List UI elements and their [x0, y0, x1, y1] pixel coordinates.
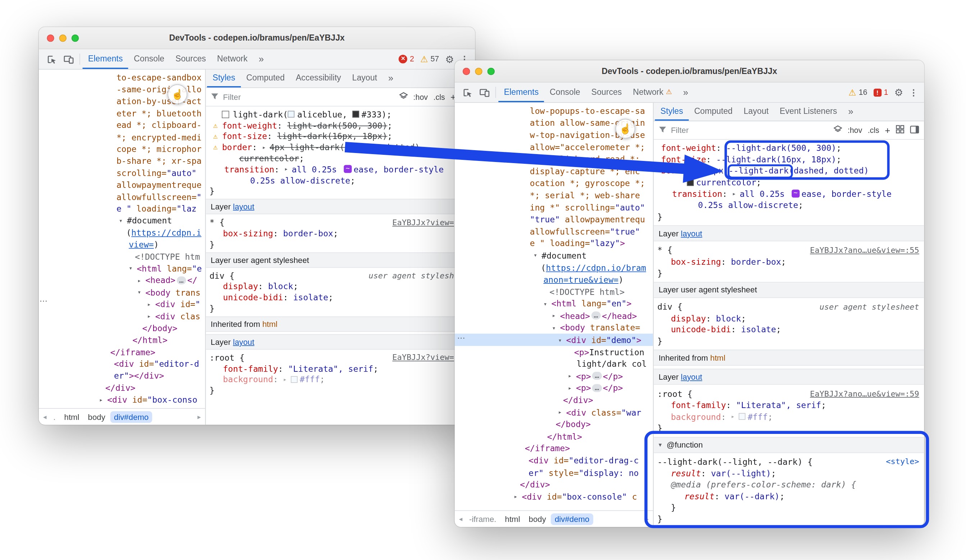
breadcrumb-item-body[interactable]: body [525, 513, 550, 525]
code-line[interactable]: </div> [455, 394, 653, 406]
titlebar[interactable]: DevTools - codepen.io/bramus/pen/EaYBJJx [39, 27, 475, 49]
code-line[interactable]: 0.25s allow-discrete; [205, 175, 475, 185]
code-line[interactable]: scrolling="auto" [39, 167, 205, 179]
code-line[interactable]: light-dark(aliceblue, #333); [205, 109, 475, 120]
code-line[interactable]: ▸<div id="box-conso [39, 394, 205, 406]
code-line[interactable]: * {EaYBJJx?view= [205, 217, 475, 228]
breadcrumb-item[interactable]: -iframe. [466, 513, 500, 525]
breadcrumb-back-icon[interactable]: ◂ [41, 413, 49, 421]
code-line[interactable]: e " loading="laz [39, 203, 205, 215]
styles-section-header[interactable]: Layer user agent stylesheet [205, 252, 475, 268]
gutter-ellipsis-icon[interactable]: ⋯ [457, 333, 466, 342]
code-line[interactable]: ▸<head>…</ [39, 274, 205, 286]
element-states-icon[interactable] [399, 92, 408, 102]
code-line[interactable]: box-sizing: border-box; [654, 256, 924, 267]
code-line[interactable]: ▸<head>…</head> [455, 309, 653, 322]
code-line[interactable]: font-size: --light-dark(16px, 18px); [654, 154, 924, 165]
code-line[interactable]: <div id="editor-d [39, 358, 205, 370]
code-line[interactable]: eter *; bluetooth [39, 107, 205, 119]
code-line[interactable]: er" style="display: no [455, 467, 653, 479]
breadcrumb-item-html[interactable]: html [61, 411, 83, 423]
code-line[interactable]: } [654, 502, 924, 513]
inspect-icon[interactable] [43, 49, 60, 69]
code-line[interactable]: result: var(--dark); [654, 490, 924, 502]
code-line[interactable]: (https://cdpn.io/bram [455, 262, 653, 274]
grid-icon[interactable] [896, 125, 905, 136]
code-line[interactable]: background: ▸ #fff; [654, 411, 924, 422]
code-line[interactable]: currentcolor; [205, 153, 475, 164]
device-toolbar-icon[interactable] [476, 83, 493, 102]
tab-elements[interactable]: Elements [498, 83, 544, 102]
code-line[interactable]: low-popups-to-escape-sa [455, 105, 653, 117]
code-line[interactable]: <!DOCTYPE html> [455, 286, 653, 298]
code-line[interactable]: transition: ▸ all 0.25s ~ease, border-st… [205, 164, 475, 175]
tab-sources[interactable]: Sources [586, 83, 628, 102]
tab-styles[interactable]: Styles [207, 70, 241, 88]
code-line[interactable]: allowfullscreen="true" [455, 225, 653, 237]
code-line[interactable]: </div> [39, 382, 205, 394]
code-line[interactable]: background: ▸ #fff; [205, 374, 475, 385]
code-line[interactable]: } [654, 422, 924, 434]
code-line[interactable]: } [654, 335, 924, 347]
code-line[interactable]: *; encrypted-medi [39, 131, 205, 143]
code-line[interactable]: <div id="editor-drag-c [455, 454, 653, 467]
code-line[interactable]: --light-dark(--light, --dark) {<style> [654, 456, 924, 467]
settings-gear-icon[interactable]: ⚙ [894, 87, 904, 98]
kebab-menu-icon[interactable]: ⋮ [909, 87, 918, 97]
code-line[interactable]: a *; clipboard-read *; [455, 153, 653, 165]
breadcrumb-forward-icon[interactable]: ▸ [644, 515, 651, 522]
breadcrumb-item-html[interactable]: html [501, 513, 524, 525]
rule-source-link[interactable]: EaYBJJx?view= [392, 353, 454, 362]
code-line[interactable]: allow="accelerometer *; [455, 141, 653, 153]
tab-network[interactable]: Network [211, 49, 253, 69]
tab-layout[interactable]: Layout [738, 103, 774, 121]
filter-input[interactable]: Filter [223, 92, 241, 102]
code-line[interactable]: font-family: "Literata", serif; [654, 400, 924, 411]
code-line[interactable]: (https://cdpn.i [39, 227, 205, 239]
more-sidebar-tabs-chevron[interactable]: » [383, 70, 399, 88]
close-button[interactable] [47, 34, 54, 42]
styles-section-header[interactable]: Layer layout [205, 334, 475, 349]
toggle-hover-button[interactable]: :hov [848, 126, 863, 134]
code-line[interactable]: ▾#document [455, 249, 653, 262]
tab-layout[interactable]: Layout [347, 70, 383, 88]
code-line[interactable]: ocation *; gyroscope *; [455, 177, 653, 189]
code-line[interactable]: ▸<div id="box-console" c [455, 491, 653, 503]
code-line[interactable]: } [205, 186, 475, 196]
code-line[interactable]: ▸<p>…</p> [455, 382, 653, 395]
code-line[interactable]: ▾<body trans [39, 286, 205, 298]
code-line[interactable]: </iframe> [455, 442, 653, 454]
code-line[interactable]: ▸<div clas [39, 310, 205, 322]
zoom-button[interactable] [487, 67, 495, 75]
breadcrumb-item[interactable]: . [49, 411, 59, 423]
new-style-rule-button[interactable]: + [885, 125, 890, 136]
dock-side-icon[interactable] [910, 125, 919, 135]
styles-section-header[interactable]: Inherited from html [205, 316, 475, 332]
selected-dom-node[interactable]: ▾<div id="demo"> [455, 334, 653, 346]
code-line[interactable]: :root {EaYBJJx?view= [205, 352, 475, 363]
code-line[interactable]: ead *; clipboard- [39, 119, 205, 131]
styles-section-header[interactable]: ▾ @function [654, 437, 924, 453]
code-line[interactable]: "true" allowpaymentrequ [455, 213, 653, 226]
code-line[interactable]: 0.25s allow-discrete; [654, 199, 924, 211]
styles-section-header[interactable]: Layer layout [205, 199, 475, 215]
code-line[interactable]: display: block; [654, 313, 924, 324]
styles-section-header[interactable]: Layer layout [654, 225, 924, 241]
rule-source-link[interactable]: EaYBJJx?view= [392, 218, 454, 227]
rule-source-link[interactable]: EaYBJJx?ano…ue&view=:55 [810, 246, 919, 255]
console-warnings-badge[interactable]: ⚠ 16 [848, 87, 867, 97]
code-line[interactable]: font-weight: --light-dark(500, 300); [654, 142, 924, 154]
code-line[interactable]: to-escape-sandbox [39, 72, 205, 84]
code-line[interactable]: </iframe> [39, 346, 205, 358]
code-line[interactable]: :root {EaYBJJx?ano…ue&view=:59 [654, 388, 924, 400]
styles-section-header[interactable]: Layer user agent stylesheet [654, 282, 924, 298]
code-line[interactable]: unicode-bidi: isolate; [205, 292, 475, 303]
code-line[interactable]: ▾#document [39, 215, 205, 227]
tab-console[interactable]: Console [544, 83, 586, 102]
code-line[interactable]: } [654, 267, 924, 279]
element-states-icon[interactable] [833, 125, 842, 136]
tab-event-listeners[interactable]: Event Listeners [774, 103, 842, 121]
rule-source-link[interactable]: EaYBJJx?ano…ue&view=:59 [810, 389, 919, 398]
inspect-icon[interactable] [458, 83, 476, 102]
code-line[interactable]: ▾<body translate= [455, 322, 653, 334]
